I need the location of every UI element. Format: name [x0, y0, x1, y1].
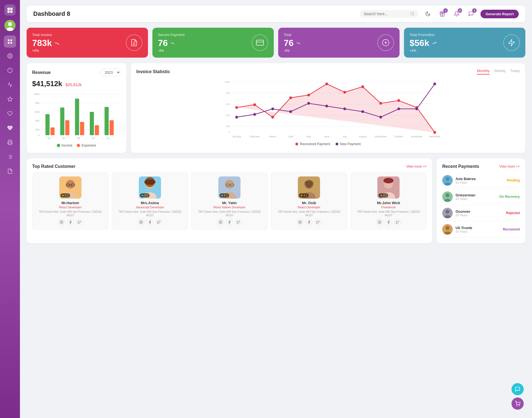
twitter-icon-3[interactable]	[314, 219, 321, 225]
bottom-row: Top Rated Customer View more >>	[27, 158, 525, 243]
facebook-icon-0[interactable]	[67, 219, 74, 225]
twitter-icon-2[interactable]	[235, 219, 242, 225]
svg-text:September: September	[375, 135, 387, 138]
payments-title: Recent Payments	[442, 164, 479, 169]
bell-icon-btn[interactable]: 12	[452, 9, 462, 19]
stat-card-payment: Secure Payment 76 -4%	[152, 28, 274, 58]
rating-badge-2: ★4.2	[219, 193, 229, 198]
svg-rect-52	[80, 122, 84, 135]
payments-list: Aziz Bakree 24 Years Pending Grie	[442, 172, 520, 238]
instagram-icon-2[interactable]	[217, 219, 224, 225]
instagram-icon-0[interactable]	[58, 219, 65, 225]
customer-name-2: Mr. Yatin	[195, 201, 263, 205]
sidebar-item-heart[interactable]	[4, 107, 16, 120]
generate-report-button[interactable]: Generate Report	[480, 10, 519, 18]
payment-info-1: Griezerman 24 Years	[456, 193, 497, 201]
payments-view-more[interactable]: View more >>	[499, 165, 520, 168]
customer-avatar-0: ★4.2	[59, 176, 81, 199]
sidebar-logo[interactable]	[4, 4, 16, 16]
payment-avatar-3	[442, 224, 453, 235]
svg-point-87	[289, 110, 292, 113]
svg-rect-54	[90, 112, 94, 135]
svg-text:October: October	[394, 135, 403, 138]
svg-rect-16	[9, 143, 11, 145]
sidebar-item-analytics[interactable]	[4, 79, 16, 91]
svg-text:0: 0	[229, 131, 230, 134]
customers-view-more[interactable]: View more >>	[406, 165, 427, 168]
support-fab[interactable]	[511, 383, 524, 395]
chat-badge: 5	[472, 8, 477, 13]
customer-addr-0: 795 Folsom Ave, Suite 600 San Francisco,…	[36, 210, 104, 217]
svg-point-89	[325, 105, 328, 107]
customer-name-4: Mr.John Wick	[355, 201, 423, 205]
main-content: Dashboard 8 2 12 5 Generate Report	[20, 0, 532, 418]
gift-icon-btn[interactable]: 2	[437, 9, 447, 19]
twitter-icon-0[interactable]	[76, 219, 83, 225]
svg-point-92	[379, 116, 382, 119]
invoice-value: 783k	[32, 38, 52, 48]
cart-fab[interactable]	[511, 398, 524, 410]
invoice-icon	[126, 34, 142, 51]
top-customers-card: Top Rated Customer View more >>	[27, 158, 432, 243]
payment-info-3: Uli Trumb 24 Years	[456, 226, 500, 233]
sidebar-item-heart2[interactable]	[4, 122, 16, 134]
chart-legend: Recovered Payment New Payment	[136, 142, 520, 146]
tab-monthly[interactable]: Monthly	[477, 69, 490, 75]
dark-mode-toggle[interactable]	[423, 9, 433, 19]
social-icons-2	[195, 219, 263, 225]
line-chart: 1000 800 600 400 200 0	[136, 78, 520, 140]
sidebar-item-settings[interactable]	[4, 50, 16, 62]
tab-today[interactable]: Today	[510, 69, 520, 75]
recent-payments-card: Recent Payments View more >> Aziz Bakree	[437, 158, 525, 243]
customer-name-3: Mr. Osib	[275, 201, 343, 205]
facebook-icon-4[interactable]	[385, 219, 392, 225]
svg-text:600: 600	[226, 103, 230, 106]
sidebar-item-print[interactable]	[4, 136, 16, 148]
twitter-icon-4[interactable]	[394, 219, 401, 225]
sidebar-item-info[interactable]	[4, 64, 16, 76]
customer-name-1: Mrs.Asima	[116, 201, 184, 205]
svg-point-81	[397, 99, 400, 102]
svg-text:400: 400	[226, 114, 230, 117]
search-input[interactable]	[364, 12, 408, 16]
svg-rect-0	[7, 8, 10, 10]
payment-avatar-1	[442, 191, 453, 202]
revenue-amount: $41,512k	[32, 80, 62, 88]
facebook-icon-2[interactable]	[226, 219, 233, 225]
payment-item-2: Oconner 24 Years Rejected	[442, 205, 520, 221]
sidebar-item-list[interactable]	[4, 151, 16, 163]
sidebar-item-document[interactable]	[4, 165, 16, 177]
facebook-icon-1[interactable]	[147, 219, 153, 225]
svg-rect-51	[75, 99, 79, 135]
sidebar-item-dashboard[interactable]	[4, 35, 16, 48]
instagram-icon-1[interactable]	[138, 219, 144, 225]
payment-info-2: Oconner 24 Years	[456, 209, 503, 217]
svg-point-77	[325, 83, 328, 85]
chat-icon-btn[interactable]: 5	[466, 9, 476, 19]
svg-point-94	[415, 107, 418, 110]
instagram-icon-3[interactable]	[297, 219, 303, 225]
total-icon	[377, 34, 394, 51]
instagram-icon-4[interactable]	[376, 219, 383, 225]
svg-rect-2	[7, 11, 10, 13]
svg-text:August: August	[359, 135, 367, 138]
payment-age-2: 24 Years	[456, 214, 503, 217]
sidebar-item-star[interactable]	[4, 93, 16, 105]
svg-point-141	[383, 178, 393, 183]
svg-rect-3	[10, 11, 12, 13]
svg-rect-122	[140, 221, 142, 224]
invoice-trend: +4%	[32, 49, 59, 53]
invoice-statistic-card: Invoice Statistic Monthly Weekly Today	[131, 63, 525, 153]
year-select[interactable]: 2023 2022 2021	[100, 69, 121, 76]
payment-age-3: 24 Years	[456, 230, 500, 233]
svg-rect-9	[8, 42, 10, 44]
payment-avatar-0	[442, 175, 453, 186]
tab-weekly[interactable]: Weekly	[494, 69, 506, 75]
avatar[interactable]	[4, 20, 16, 31]
twitter-icon-1[interactable]	[155, 219, 162, 225]
svg-text:200: 200	[226, 125, 230, 128]
svg-point-83	[433, 131, 436, 134]
svg-point-11	[9, 55, 11, 57]
facebook-icon-3[interactable]	[306, 219, 312, 225]
svg-point-151	[446, 210, 449, 214]
